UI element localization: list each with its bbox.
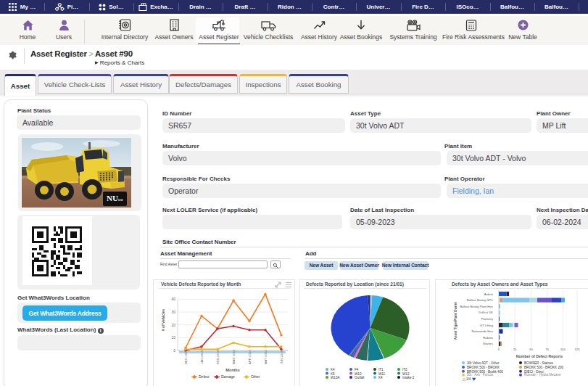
svg-text:Drillcut UK: Drillcut UK [479, 311, 493, 314]
svg-text:Number of Defect Reports: Number of Defect Reports [516, 354, 563, 358]
svg-text:Defect: Defect [199, 374, 210, 379]
svg-text:0: 0 [173, 348, 175, 353]
svg-text:JAN 2024: JAN 2024 [200, 350, 204, 364]
svg-text:MAY 2024: MAY 2024 [264, 350, 268, 364]
svg-text:Other: Other [251, 374, 260, 379]
svg-text:F4: F4 [355, 368, 359, 371]
svg-text:W12: W12 [402, 372, 410, 376]
svg-text:30: 30 [171, 310, 175, 314]
svg-text:Flannery: Flannery [481, 317, 494, 321]
svg-text:APR 2024: APR 2024 [248, 350, 252, 364]
svg-text:K4: K4 [331, 368, 335, 371]
svg-text:25: 25 [513, 348, 517, 351]
svg-text:Outfall: Outfall [355, 376, 364, 379]
svg-text:FEB 2024: FEB 2024 [216, 350, 220, 364]
svg-text:30t Volvo ADT - Volvo: 30t Volvo ADT - Volvo [467, 361, 500, 365]
svg-text:Damage: Damage [221, 374, 235, 379]
svg-text:K5: K5 [331, 372, 335, 376]
svg-text:Russian - Hydra Mecane: Russian - Hydra Mecane [524, 373, 561, 377]
svg-text:100: 100 [560, 348, 566, 351]
svg-text:W13A: W13A [331, 376, 340, 379]
svg-text:W11: W11 [378, 372, 386, 376]
svg-text:75: 75 [545, 348, 549, 351]
svg-text:10: 10 [171, 335, 175, 340]
svg-text:1/4: 1/4 [466, 377, 471, 381]
svg-text:MAR 2024: MAR 2024 [232, 349, 236, 364]
svg-text:IT1: IT1 [378, 368, 384, 371]
svg-text:BROKK 500 - BROKK 200: BROKK 500 - BROKK 200 [524, 366, 564, 369]
svg-text:Balfour Beatty Plant Hire: Balfour Beatty Plant Hire [460, 305, 494, 308]
svg-text:K4: K4 [378, 376, 383, 379]
svg-text:GT Lifting: GT Lifting [480, 324, 494, 327]
svg-text:JUN 2024: JUN 2024 [280, 350, 283, 364]
svg-text:Rubore: Rubore [483, 336, 493, 340]
svg-text:Balfour Beatty HPC: Balfour Beatty HPC [467, 298, 493, 302]
svg-text:Nationwide Hire: Nationwide Hire [471, 329, 493, 333]
svg-text:Intake 2: Intake 2 [402, 376, 415, 379]
svg-text:W10: W10 [355, 372, 362, 376]
svg-text:Asset Type/Plant Owner: Asset Type/Plant Owner [454, 302, 457, 340]
svg-text:20: 20 [171, 323, 175, 327]
svg-text:Staines: Staines [483, 342, 493, 345]
svg-text:BOWSER - Staines: BOWSER - Staines [524, 361, 554, 365]
svg-text:0: 0 [498, 348, 500, 351]
svg-text:50: 50 [529, 348, 533, 351]
svg-text:# of Vehicles: # of Vehicles [161, 309, 165, 332]
svg-text:Ardent: Ardent [484, 292, 494, 296]
svg-text:BROKK 500 - BROKK: BROKK 500 - BROKK [467, 366, 500, 369]
svg-text:IT2: IT2 [402, 368, 407, 371]
svg-text:DEC 2023: DEC 2023 [184, 350, 188, 364]
svg-text:Months: Months [225, 368, 240, 372]
svg-text:40: 40 [171, 297, 175, 301]
svg-text:50t - Axk - Forcos: 50t - Axk - Forcos [467, 373, 494, 377]
svg-text:125: 125 [575, 348, 581, 351]
